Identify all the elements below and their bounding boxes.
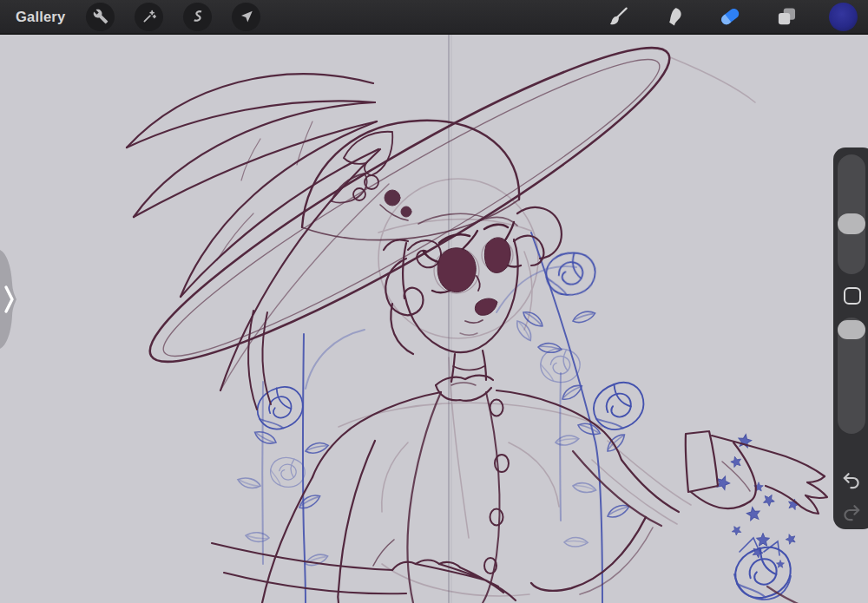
left-tool-group	[86, 3, 260, 31]
smudge-icon	[662, 5, 686, 29]
magic-wand-icon	[141, 9, 157, 24]
eraser-button[interactable]	[715, 2, 745, 31]
undo-icon	[841, 470, 862, 491]
opacity-handle[interactable]	[838, 320, 865, 339]
redo-icon	[841, 502, 862, 523]
rose-leaves	[236, 308, 630, 567]
color-swatch	[829, 3, 858, 31]
adjustments-button[interactable]	[135, 3, 163, 31]
selection-button[interactable]	[183, 3, 212, 31]
actions-button[interactable]	[86, 3, 115, 31]
sidebar-pull-tab[interactable]	[0, 248, 21, 352]
color-button[interactable]	[828, 2, 858, 31]
brush-size-handle[interactable]	[838, 213, 865, 234]
canvas-guide-line	[449, 35, 451, 603]
transform-arrow-icon	[239, 9, 254, 24]
right-tool-group	[602, 2, 868, 31]
selection-s-icon	[190, 9, 206, 24]
eraser-icon	[717, 3, 743, 29]
smudge-button[interactable]	[659, 2, 688, 31]
canvas-artwork	[0, 35, 868, 603]
transform-button[interactable]	[232, 3, 260, 31]
redo-button[interactable]	[840, 501, 863, 524]
side-toolbar	[833, 147, 868, 529]
paintbrush-icon	[606, 5, 629, 29]
wrench-icon	[93, 9, 108, 24]
layers-button[interactable]	[772, 2, 801, 31]
feather-plumes	[127, 74, 389, 410]
hat-sketch	[126, 35, 693, 398]
gallery-button[interactable]: Gallery	[16, 9, 65, 25]
paint-button[interactable]	[602, 2, 632, 31]
top-toolbar: Gallery	[0, 0, 868, 35]
chevron-right-icon	[0, 248, 21, 352]
drawing-canvas[interactable]	[0, 35, 868, 603]
undo-button[interactable]	[840, 469, 863, 492]
construction-sketch	[339, 57, 755, 596]
layers-icon	[774, 4, 799, 29]
modify-button[interactable]	[844, 287, 861, 305]
